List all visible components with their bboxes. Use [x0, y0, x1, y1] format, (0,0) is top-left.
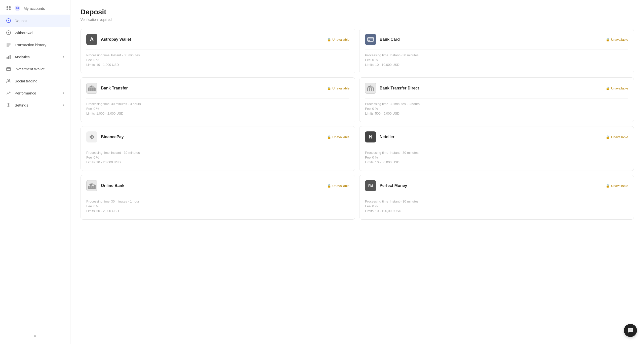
- unavailable-badge: 🔒 Unavailable: [327, 184, 349, 188]
- unavailable-label: Unavailable: [611, 86, 628, 90]
- lock-icon: 🔒: [327, 184, 331, 188]
- svg-point-46: [631, 330, 632, 330]
- payment-card-left: N Neteller: [365, 131, 394, 142]
- svg-marker-30: [367, 85, 374, 88]
- fee-value: 0 %: [372, 107, 378, 111]
- payment-card-header: A Astropay Wallet 🔒 Unavailable: [86, 34, 349, 45]
- processing-time-label: Processing time: [365, 200, 388, 203]
- fee-value: 0 %: [372, 58, 378, 62]
- limits-label: Limits: [365, 112, 374, 115]
- lock-icon: 🔒: [606, 184, 610, 188]
- sidebar-item-performance[interactable]: Performance ▾: [0, 87, 70, 99]
- payment-details: Processing time 30 minutes - 3 hours Fee…: [365, 98, 628, 115]
- sidebar-item-deposit[interactable]: Deposit: [0, 15, 70, 27]
- limits-row: Limits 10 - 10,000 USD: [365, 63, 628, 67]
- unavailable-label: Unavailable: [332, 184, 349, 188]
- processing-time-value: Instant - 30 minutes: [390, 200, 418, 203]
- svg-rect-21: [94, 88, 96, 91]
- sidebar-item-my-accounts-label: My accounts: [24, 6, 45, 11]
- page-title: Deposit: [80, 8, 634, 16]
- sidebar-item-social-trading[interactable]: Social trading: [0, 75, 70, 87]
- payment-card-online-bank[interactable]: INR Online Bank 🔒 Unavailable Processing…: [80, 175, 355, 220]
- payment-card-left: PM Perfect Money: [365, 180, 407, 191]
- sidebar-item-withdrawal[interactable]: Withdrawal: [0, 27, 70, 39]
- analytics-icon: [6, 54, 11, 59]
- settings-chevron-icon: ▾: [63, 103, 64, 107]
- unavailable-badge: 🔒 Unavailable: [606, 86, 628, 90]
- settings-icon: [6, 103, 11, 108]
- processing-time-row: Processing time Instant - 30 minutes: [365, 151, 628, 155]
- limits-value: 50 - 2,000 USD: [96, 209, 119, 213]
- sidebar-item-investment-wallet[interactable]: Investment Wallet: [0, 63, 70, 75]
- sidebar-item-transaction-history[interactable]: Transaction history: [0, 39, 70, 51]
- unavailable-badge: 🔒 Unavailable: [606, 135, 628, 139]
- payment-card-left: A Astropay Wallet: [86, 34, 131, 45]
- payment-name: Perfect Money: [380, 183, 407, 188]
- unavailable-badge: 🔒 Unavailable: [606, 38, 628, 41]
- lock-icon: 🔒: [606, 86, 610, 90]
- fee-value: 0 %: [93, 204, 99, 208]
- svg-marker-42: [88, 183, 96, 185]
- processing-time-row: Processing time Instant - 30 minutes: [365, 200, 628, 203]
- payment-card-bank-transfer[interactable]: INR Bank Transfer 🔒 Unavailable Processi…: [80, 77, 355, 122]
- lock-icon: 🔒: [327, 86, 331, 90]
- svg-text:INR: INR: [90, 183, 92, 185]
- fee-value: 0 %: [372, 204, 378, 208]
- payment-card-left: INR Online Bank: [86, 180, 124, 191]
- svg-rect-17: [368, 40, 370, 41]
- payment-card-bank-transfer-direct[interactable]: INR Bank Transfer Direct 🔒 Unavailable P…: [359, 77, 634, 122]
- svg-marker-23: [88, 85, 96, 88]
- performance-icon: [6, 90, 11, 95]
- payment-card-neteller[interactable]: N Neteller 🔒 Unavailable Processing time…: [359, 126, 634, 171]
- sidebar-item-my-accounts[interactable]: 98 My accounts: [0, 2, 70, 15]
- lock-icon: 🔒: [327, 38, 331, 41]
- svg-rect-38: [90, 185, 92, 188]
- unavailable-label: Unavailable: [332, 38, 349, 41]
- unavailable-badge: 🔒 Unavailable: [327, 38, 349, 41]
- payment-name: Neteller: [380, 135, 394, 139]
- svg-rect-39: [92, 186, 94, 188]
- chat-fab-button[interactable]: [624, 324, 637, 337]
- fee-label: Fee: [365, 58, 371, 62]
- processing-time-row: Processing time 30 minutes - 3 hours: [365, 102, 628, 106]
- svg-point-44: [629, 330, 630, 330]
- payment-name: Astropay Wallet: [101, 37, 131, 42]
- fee-value: 0 %: [93, 58, 99, 62]
- social-trading-icon: [6, 78, 11, 83]
- payment-card-left: INR Bank Transfer Direct: [365, 83, 419, 94]
- svg-point-14: [8, 105, 9, 106]
- withdrawal-icon: [6, 30, 11, 35]
- sidebar-item-investment-wallet-label: Investment Wallet: [15, 67, 45, 71]
- limits-row: Limits 10 - 50,000 USD: [365, 160, 628, 164]
- limits-label: Limits: [365, 63, 374, 67]
- limits-row: Limits 1,000 - 2,000 USD: [86, 112, 349, 115]
- limits-value: 10 - 50,000 USD: [375, 160, 399, 164]
- payment-card-header: PM Perfect Money 🔒 Unavailable: [365, 180, 628, 191]
- payment-card-binancepay[interactable]: BinancePay 🔒 Unavailable Processing time…: [80, 126, 355, 171]
- lock-icon: 🔒: [327, 135, 331, 139]
- sidebar-item-analytics[interactable]: Analytics ▾: [0, 51, 70, 63]
- processing-time-row: Processing time Instant - 30 minutes: [86, 151, 349, 155]
- processing-time-value: 30 minutes - 1 hour: [111, 200, 139, 203]
- sidebar-item-settings[interactable]: Settings ▾: [0, 99, 70, 111]
- svg-rect-37: [88, 186, 90, 188]
- performance-chevron-icon: ▾: [63, 91, 64, 95]
- sidebar-collapse-button[interactable]: «: [0, 330, 70, 342]
- payment-card-astropay[interactable]: A Astropay Wallet 🔒 Unavailable Processi…: [80, 29, 355, 73]
- svg-rect-40: [94, 185, 96, 188]
- svg-rect-27: [371, 88, 372, 91]
- payment-card-left: BinancePay: [86, 131, 124, 142]
- limits-label: Limits: [365, 209, 374, 213]
- unavailable-badge: 🔒 Unavailable: [327, 135, 349, 139]
- payment-details: Processing time Instant - 30 minutes Fee…: [86, 147, 349, 164]
- limits-value: 10 - 100,000 USD: [375, 209, 401, 213]
- payment-card-perfect-money[interactable]: PM Perfect Money 🔒 Unavailable Processin…: [359, 175, 634, 220]
- svg-point-7: [8, 32, 9, 33]
- sidebar-item-withdrawal-label: Withdrawal: [15, 31, 33, 35]
- svg-rect-18: [88, 88, 90, 91]
- verification-notice: Verification required: [80, 18, 634, 22]
- payment-card-bank-card[interactable]: Bank Card 🔒 Unavailable Processing time …: [359, 29, 634, 73]
- svg-rect-3: [9, 9, 11, 10]
- payment-card-header: INR Online Bank 🔒 Unavailable: [86, 180, 349, 191]
- limits-label: Limits: [86, 209, 95, 213]
